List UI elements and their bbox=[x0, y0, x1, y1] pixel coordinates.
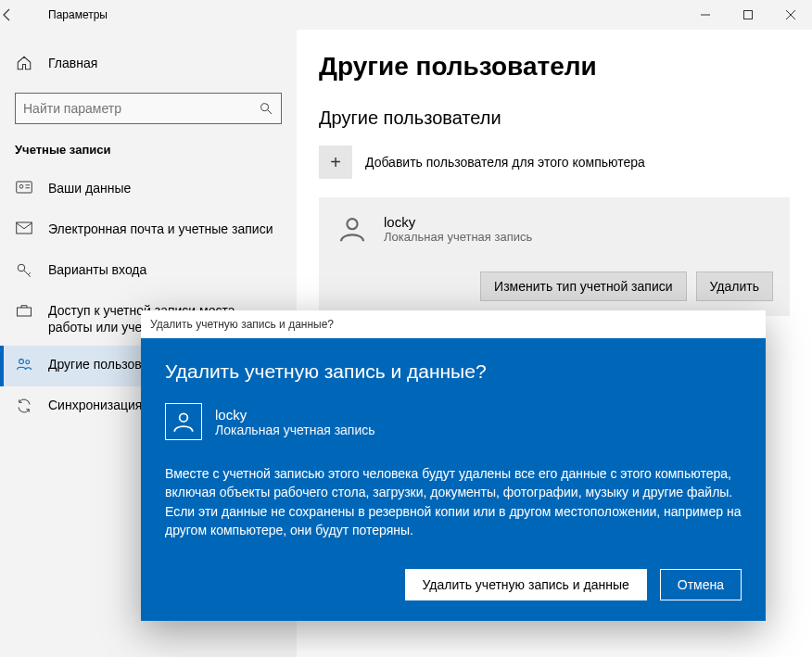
dialog-user-name: locky bbox=[215, 407, 375, 423]
sidebar-item-label: Ваши данные bbox=[48, 180, 131, 196]
svg-point-18 bbox=[180, 413, 188, 422]
user-type: Локальная учетная запись bbox=[384, 230, 532, 244]
dialog-heading: Удалить учетную запись и данные? bbox=[165, 360, 742, 383]
avatar-icon bbox=[165, 403, 202, 440]
key-icon bbox=[15, 261, 33, 279]
cancel-button[interactable]: Отмена bbox=[660, 569, 742, 600]
id-card-icon bbox=[15, 180, 33, 194]
home-icon bbox=[15, 55, 33, 71]
title-bar: Параметры bbox=[0, 0, 812, 30]
home-label: Главная bbox=[48, 56, 97, 70]
sidebar-item-label: Варианты входа bbox=[48, 261, 146, 278]
dialog-titlebar: Удалить учетную запись и данные? bbox=[141, 310, 766, 338]
svg-rect-10 bbox=[17, 222, 32, 234]
search-icon bbox=[259, 101, 273, 116]
home-nav[interactable]: Главная bbox=[0, 44, 297, 82]
avatar-icon bbox=[336, 212, 369, 246]
sidebar-item-your-info[interactable]: Ваши данные bbox=[0, 170, 297, 210]
svg-point-11 bbox=[18, 264, 25, 272]
user-name: locky bbox=[384, 214, 532, 230]
window-title: Параметры bbox=[44, 8, 108, 21]
svg-point-16 bbox=[26, 360, 30, 364]
svg-line-13 bbox=[29, 272, 31, 274]
dialog-user-type: Локальная учетная запись bbox=[215, 423, 375, 437]
sidebar-item-email-accounts[interactable]: Электронная почта и учетные записи bbox=[0, 210, 297, 251]
svg-rect-14 bbox=[18, 308, 32, 316]
delete-user-button[interactable]: Удалить bbox=[696, 272, 773, 301]
sync-icon bbox=[15, 397, 33, 414]
add-user-button[interactable]: + Добавить пользователя для этого компью… bbox=[319, 145, 790, 179]
svg-point-17 bbox=[347, 219, 357, 229]
sidebar-item-signin-options[interactable]: Варианты входа bbox=[0, 251, 297, 292]
back-button[interactable] bbox=[0, 7, 44, 22]
svg-point-4 bbox=[261, 104, 269, 111]
change-account-type-button[interactable]: Изменить тип учетной записи bbox=[480, 272, 686, 301]
sidebar-section-title: Учетные записи bbox=[0, 143, 297, 170]
sidebar-item-label: Электронная почта и учетные записи bbox=[48, 221, 273, 237]
delete-account-dialog: Удалить учетную запись и данные? Удалить… bbox=[141, 310, 766, 621]
plus-icon: + bbox=[319, 145, 352, 179]
close-button[interactable] bbox=[769, 0, 812, 30]
people-icon bbox=[15, 356, 33, 372]
mail-icon bbox=[15, 221, 33, 234]
page-title: Другие пользователи bbox=[319, 52, 790, 82]
svg-rect-6 bbox=[17, 182, 32, 193]
search-input[interactable] bbox=[23, 101, 259, 116]
svg-point-15 bbox=[19, 360, 24, 364]
add-user-label: Добавить пользователя для этого компьюте… bbox=[365, 155, 645, 170]
confirm-delete-button[interactable]: Удалить учетную запись и данные bbox=[405, 569, 647, 600]
svg-point-7 bbox=[19, 184, 23, 188]
section-heading: Другие пользователи bbox=[319, 107, 790, 129]
dialog-message: Вместе с учетной записью этого человека … bbox=[165, 464, 742, 539]
maximize-button[interactable] bbox=[727, 0, 769, 30]
user-card[interactable]: locky Локальная учетная запись Изменить … bbox=[319, 197, 790, 316]
search-box[interactable] bbox=[15, 93, 282, 124]
briefcase-icon bbox=[15, 302, 33, 318]
svg-line-5 bbox=[268, 110, 272, 114]
minimize-button[interactable] bbox=[684, 0, 727, 30]
svg-rect-1 bbox=[744, 11, 753, 19]
